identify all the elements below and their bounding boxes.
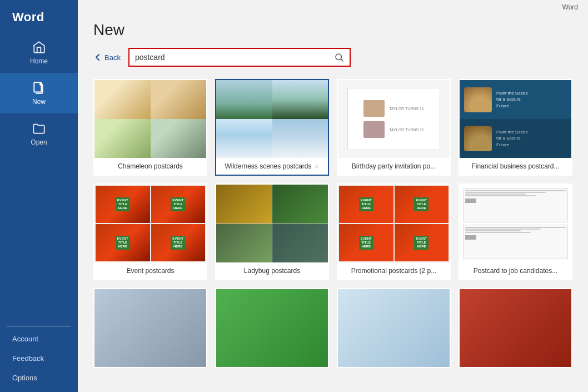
home-icon: [32, 40, 46, 54]
template-card-b1[interactable]: [93, 288, 207, 368]
sidebar-item-options[interactable]: Options: [0, 368, 78, 388]
template-label-wilderness: Wilderness scenes postcards ☆: [216, 158, 328, 175]
bottom-template-row: [93, 288, 572, 368]
search-button[interactable]: [328, 49, 350, 66]
pin-icon: ☆: [314, 163, 320, 170]
content-area: New Back: [78, 11, 588, 378]
sidebar: Word Home New Open A: [0, 0, 78, 392]
app-title: Word: [0, 0, 78, 32]
sidebar-open-label: Open: [31, 138, 47, 146]
template-label-event: Event postcards: [94, 262, 206, 279]
template-card-promotional[interactable]: EVENTTITLEHERE EVENTTITLEHERE EVENTTITLE…: [337, 183, 451, 280]
template-img-b4: [460, 289, 571, 367]
sidebar-item-open[interactable]: Open: [0, 113, 78, 154]
template-img-chameleon: [94, 80, 206, 158]
template-img-b3: [338, 289, 450, 367]
sidebar-item-feedback[interactable]: Feedback: [0, 349, 78, 368]
template-label-birthday: Birthday party invitation po...: [338, 158, 450, 175]
template-card-b3[interactable]: [337, 288, 451, 368]
template-img-event: EVENTTITLEHERE EVENTTITLEHERE EVENTTITLE…: [94, 185, 206, 262]
sidebar-nav: Home New Open: [0, 32, 78, 324]
template-label-promotional: Promotional postcards (2 p...: [338, 262, 450, 279]
template-grid: Chameleon postcards Wilderness scenes po…: [93, 79, 572, 280]
template-img-job: [460, 185, 571, 262]
search-input[interactable]: [129, 49, 328, 66]
template-card-event[interactable]: EVENTTITLEHERE EVENTTITLEHERE EVENTTITLE…: [93, 183, 207, 280]
back-arrow-icon: [93, 53, 102, 62]
template-img-ladybug: [216, 185, 328, 262]
template-img-financial: Plant the Seedsfor a SecureFuture. Plant…: [460, 80, 571, 158]
sidebar-bottom: Account Feedback Options: [0, 329, 78, 392]
app-label: Word: [562, 3, 578, 11]
sidebar-new-label: New: [32, 98, 46, 106]
template-label-financial: Financial business postcard...: [460, 158, 571, 175]
template-card-wilderness[interactable]: Wilderness scenes postcards ☆: [215, 79, 329, 176]
template-card-b2[interactable]: [215, 288, 329, 368]
search-area: Back: [93, 48, 572, 67]
back-label: Back: [104, 53, 121, 62]
sidebar-item-home[interactable]: Home: [0, 32, 78, 73]
new-icon: [32, 81, 46, 95]
template-card-b4[interactable]: [459, 288, 572, 368]
page-title: New: [93, 21, 572, 39]
template-label-chameleon: Chameleon postcards: [94, 158, 206, 175]
template-img-b1: [94, 289, 206, 367]
template-img-promotional: EVENTTITLEHERE EVENTTITLEHERE EVENTTITLE…: [338, 185, 450, 262]
sidebar-item-new[interactable]: New: [0, 73, 78, 113]
template-card-job[interactable]: Postcard to job candidates...: [459, 183, 572, 280]
sidebar-home-label: Home: [30, 57, 48, 65]
template-img-wilderness: [216, 80, 328, 158]
search-box: [128, 48, 351, 67]
open-icon: [32, 121, 46, 136]
sidebar-item-account[interactable]: Account: [0, 329, 78, 349]
template-img-birthday: TAYLOR TURNS 11 TAYLOR TURNS 11: [338, 80, 450, 158]
back-button[interactable]: Back: [93, 53, 121, 62]
template-card-chameleon[interactable]: Chameleon postcards: [93, 79, 207, 176]
template-card-ladybug[interactable]: Ladybug postcards: [215, 183, 329, 280]
main-content: Word New Back: [78, 0, 588, 392]
top-bar: Word: [78, 0, 588, 11]
sidebar-divider: [7, 326, 71, 327]
template-img-b2: [216, 289, 328, 367]
template-card-financial[interactable]: Plant the Seedsfor a SecureFuture. Plant…: [459, 79, 572, 176]
template-card-birthday[interactable]: TAYLOR TURNS 11 TAYLOR TURNS 11 Birthday…: [337, 79, 451, 176]
template-label-job: Postcard to job candidates...: [460, 262, 571, 279]
template-label-ladybug: Ladybug postcards: [216, 262, 328, 279]
search-icon: [334, 52, 344, 62]
